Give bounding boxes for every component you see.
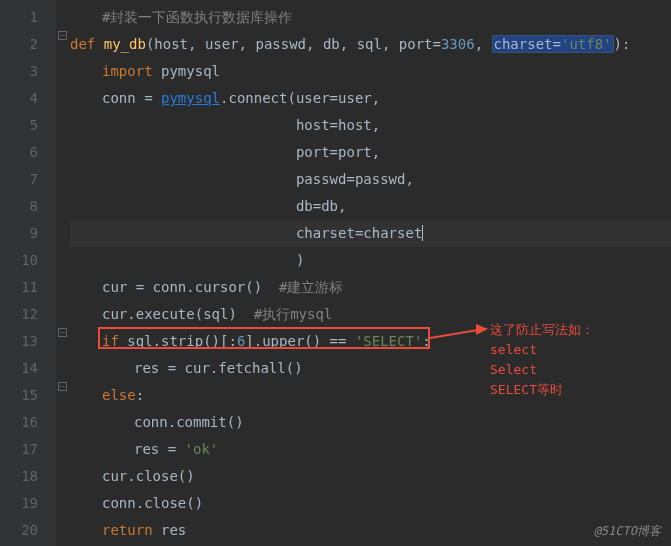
- line-number[interactable]: 13: [0, 328, 56, 355]
- keyword-return: return: [102, 522, 161, 538]
- line-number[interactable]: 4: [0, 85, 56, 112]
- code-line[interactable]: return res: [70, 517, 671, 544]
- line-number[interactable]: 11: [0, 274, 56, 301]
- code-line-current[interactable]: charset=charset: [70, 220, 671, 247]
- line-number[interactable]: 19: [0, 490, 56, 517]
- code-line[interactable]: host=host,: [70, 112, 671, 139]
- fold-toggle-icon[interactable]: −: [58, 31, 67, 40]
- fold-toggle-icon[interactable]: −: [58, 328, 67, 337]
- line-number[interactable]: 15: [0, 382, 56, 409]
- code-line[interactable]: res = 'ok': [70, 436, 671, 463]
- code-editor: 1 2 3 4 5 6 7 8 9 10 11 12 13 14 15 16 1…: [0, 0, 671, 546]
- comment: #建立游标: [279, 279, 343, 295]
- line-number[interactable]: 3: [0, 58, 56, 85]
- annotation-text: 这了防止写法如： select Select SELECT等时: [490, 320, 594, 400]
- line-number[interactable]: 12: [0, 301, 56, 328]
- code-line[interactable]: cur = conn.cursor() #建立游标: [70, 274, 671, 301]
- line-number[interactable]: 8: [0, 193, 56, 220]
- code-line[interactable]: def my_db(host, user, passwd, db, sql, p…: [70, 31, 671, 58]
- keyword-import: import: [102, 63, 161, 79]
- line-number[interactable]: 9: [0, 220, 56, 247]
- keyword-else: else: [102, 387, 136, 403]
- watermark: @51CTO博客: [594, 523, 661, 540]
- code-area[interactable]: #封装一下函数执行数据库操作 def my_db(host, user, pas…: [70, 0, 671, 546]
- code-line[interactable]: import pymysql: [70, 58, 671, 85]
- line-number[interactable]: 1: [0, 4, 56, 31]
- code-line[interactable]: conn = pymysql.connect(user=user,: [70, 85, 671, 112]
- code-line[interactable]: cur.close(): [70, 463, 671, 490]
- line-number[interactable]: 5: [0, 112, 56, 139]
- code-line[interactable]: #封装一下函数执行数据库操作: [70, 4, 671, 31]
- line-number[interactable]: 17: [0, 436, 56, 463]
- text-cursor: [422, 225, 423, 241]
- line-number-gutter: 1 2 3 4 5 6 7 8 9 10 11 12 13 14 15 16 1…: [0, 0, 56, 546]
- fold-toggle-icon[interactable]: −: [58, 382, 67, 391]
- line-number[interactable]: 2: [0, 31, 56, 58]
- function-name: my_db: [104, 36, 146, 52]
- code-line[interactable]: db=db,: [70, 193, 671, 220]
- code-line[interactable]: passwd=passwd,: [70, 166, 671, 193]
- code-line[interactable]: port=port,: [70, 139, 671, 166]
- line-number[interactable]: 14: [0, 355, 56, 382]
- line-number[interactable]: 20: [0, 517, 56, 544]
- line-number[interactable]: 7: [0, 166, 56, 193]
- code-line[interactable]: conn.close(): [70, 490, 671, 517]
- comment: #封装一下函数执行数据库操作: [102, 9, 292, 25]
- keyword-def: def: [70, 36, 104, 52]
- fold-strip: − − −: [56, 0, 70, 546]
- code-line[interactable]: ): [70, 247, 671, 274]
- code-line[interactable]: conn.commit(): [70, 409, 671, 436]
- highlight-box: charset='utf8': [492, 35, 614, 53]
- line-number[interactable]: 6: [0, 139, 56, 166]
- comment: #执行mysql: [254, 306, 333, 322]
- link-pymysql[interactable]: pymysql: [161, 90, 220, 106]
- line-number[interactable]: 10: [0, 247, 56, 274]
- line-number[interactable]: 16: [0, 409, 56, 436]
- line-number[interactable]: 18: [0, 463, 56, 490]
- keyword-if: if: [102, 333, 127, 349]
